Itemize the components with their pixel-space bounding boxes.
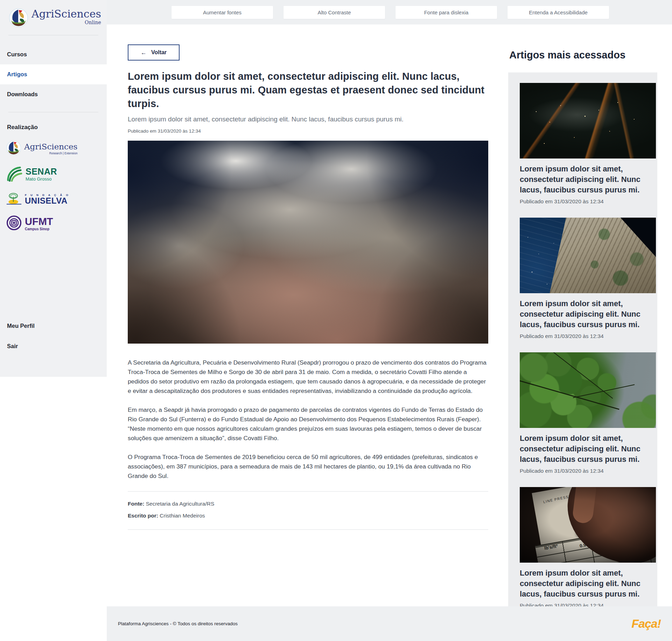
back-button[interactable]: ← Voltar	[128, 44, 180, 61]
article-meta: Fonte: Secretaria da Agricultura/RS Escr…	[128, 491, 488, 530]
agrisciences-circle-icon	[6, 141, 21, 157]
partner-logo-senar[interactable]: SENAR Mato Grosso	[5, 165, 107, 183]
high-contrast-button[interactable]: Alto Contraste	[284, 6, 385, 19]
article-paragraph: O Programa Troca-Troca de Sementes de 20…	[128, 452, 488, 481]
gauge-value: 0.958	[579, 541, 592, 548]
article-source: Fonte: Secretaria da Agricultura/RS	[128, 501, 488, 507]
article-main: ← Voltar Lorem ipsum dolor sit amet, con…	[128, 24, 488, 530]
article-title: Lorem ipsum dolor sit amet, consectetur …	[128, 70, 488, 111]
gauge-header-label: LINE PRESSURE (kPa)	[543, 490, 590, 504]
night-city-photo	[520, 83, 656, 159]
article-subtitle: Lorem ipsum dolor sit amet, consectetur …	[128, 115, 488, 123]
partner-tagline: Research | Extension	[24, 152, 77, 155]
gauge-value: lb's/ft²	[544, 543, 558, 551]
logo-name: AgriSciences	[31, 8, 101, 20]
hand-shape	[555, 487, 656, 563]
sidebar-item-sair[interactable]: Sair	[0, 336, 107, 356]
partner-tagline: Campus Sinop	[25, 227, 53, 231]
agrisciences-circle-icon	[9, 8, 28, 29]
card-published-date: Publicado em 31/03/2020 às 12:34	[520, 333, 656, 339]
partner-logo-ufmt[interactable]: UFMT Campus Sinop	[5, 215, 107, 232]
sidebar-item-downloads[interactable]: Downloads	[0, 84, 107, 104]
arrow-left-icon: ←	[141, 50, 147, 56]
article-paragraph: Em março, a Seapdr já havia prorrogado o…	[128, 405, 488, 443]
card-title: Lorem ipsum dolor sit amet, consectetur …	[520, 433, 653, 465]
partner-logo-uniselva[interactable]: UNISELVA F U N D A Ç Ã O	[5, 192, 107, 206]
partner-logos: AgriSciences Research | Extension SENAR …	[0, 131, 107, 232]
source-label: Fonte:	[128, 501, 144, 507]
sidebar: AgriSciences Online Cursos Artigos Downl…	[0, 0, 107, 377]
copyright-text: Plataforma Agrisciences - © Todos os dir…	[118, 621, 238, 626]
most-accessed-card[interactable]: LINE PRESSURE (kPa) lb's/ft² 0.958 38.7 …	[520, 487, 656, 609]
cliff-shape	[520, 218, 656, 293]
increase-fonts-button[interactable]: Aumentar fontes	[172, 6, 273, 19]
partner-logo-agrisciences[interactable]: AgriSciences Research | Extension	[5, 141, 107, 157]
sidebar-item-artigos[interactable]: Artigos	[0, 64, 107, 84]
sidebar-menu: Cursos Artigos Downloads	[0, 44, 107, 104]
logo-suffix: Online	[31, 20, 101, 25]
most-accessed-panel: Lorem ipsum dolor sit amet, consectetur …	[508, 72, 657, 624]
ufmt-emblem-icon	[6, 215, 22, 232]
page: Aumentar fontes Alto Contraste Fonte par…	[0, 0, 672, 641]
gauge-table-shape	[535, 526, 656, 563]
card-title: Lorem ipsum dolor sit amet, consectetur …	[520, 568, 653, 599]
card-published-date: Publicado em 31/03/2020 às 12:34	[520, 198, 656, 205]
uniselva-tree-icon	[6, 192, 22, 206]
branch-shape	[573, 384, 635, 398]
sidebar-item-cursos[interactable]: Cursos	[0, 44, 107, 64]
footer: Plataforma Agrisciences - © Todos os dir…	[107, 606, 672, 641]
senar-leaf-fan-icon	[6, 165, 22, 183]
dyslexia-font-button[interactable]: Fonte para dislexia	[396, 6, 497, 19]
partner-name: UNISELVA	[25, 197, 70, 205]
card-published-date: Publicado em 31/03/2020 às 12:34	[520, 468, 656, 474]
divider	[8, 35, 98, 35]
accessibility-toolbar: Aumentar fontes Alto Contraste Fonte par…	[107, 0, 672, 24]
most-accessed-card[interactable]: Lorem ipsum dolor sit amet, consectetur …	[520, 83, 656, 205]
sidebar-item-meu-perfil[interactable]: Meu Perfil	[0, 316, 107, 336]
faca-logo[interactable]: Faça!	[631, 617, 661, 631]
branch-shape	[549, 352, 613, 399]
gauge-slider-knob	[577, 513, 600, 535]
sea-cliff-photo	[520, 218, 656, 293]
storm-cloud-hero-photo	[128, 141, 488, 344]
author-label: Escrito por:	[128, 513, 158, 519]
article-author: Escrito por: Cristhian Medeiros	[128, 513, 488, 519]
branch-shape	[520, 380, 620, 410]
source-value: Secretaria da Agricultura/RS	[146, 501, 215, 507]
most-accessed-card[interactable]: Lorem ipsum dolor sit amet, consectetur …	[520, 218, 656, 339]
partner-name: UFMT	[25, 217, 53, 227]
partner-name: AgriSciences	[24, 143, 77, 151]
pressure-gauge-photo: LINE PRESSURE (kPa) lb's/ft² 0.958 38.7 …	[520, 487, 656, 563]
partner-tagline: Mato Grosso	[26, 176, 57, 182]
card-title: Lorem ipsum dolor sit amet, consectetur …	[520, 164, 653, 195]
most-accessed-card[interactable]: Lorem ipsum dolor sit amet, consectetur …	[520, 352, 656, 474]
shadow-shape	[520, 218, 656, 293]
most-accessed-heading: Artigos mais acessados	[509, 49, 625, 61]
gauge-value: 54.7	[620, 544, 630, 551]
finger-shape	[572, 487, 597, 524]
gauge-blue-line	[580, 500, 587, 532]
article-paragraph: A Secretaria da Agricultura, Pecuária e …	[128, 358, 488, 396]
card-title: Lorem ipsum dolor sit amet, consectetur …	[520, 298, 653, 330]
app-logo[interactable]: AgriSciences Online	[0, 0, 107, 35]
article-published-date: Publicado em 31/03/2020 às 12:34	[128, 128, 488, 134]
back-button-label: Voltar	[151, 49, 167, 56]
gauge-panel-shape: LINE PRESSURE (kPa)	[532, 487, 644, 563]
article-body: A Secretaria da Agricultura, Pecuária e …	[128, 358, 488, 481]
green-leaves-photo	[520, 352, 656, 428]
author-value: Cristhian Medeiros	[160, 513, 205, 519]
gauge-value: 38.7	[617, 533, 627, 540]
realizacao-heading: Realização	[0, 112, 107, 131]
partner-name: SENAR	[26, 167, 57, 176]
accessibility-info-button[interactable]: Entenda a Acessibilidade	[507, 6, 609, 19]
sidebar-bottom-menu: Meu Perfil Sair	[0, 316, 107, 356]
